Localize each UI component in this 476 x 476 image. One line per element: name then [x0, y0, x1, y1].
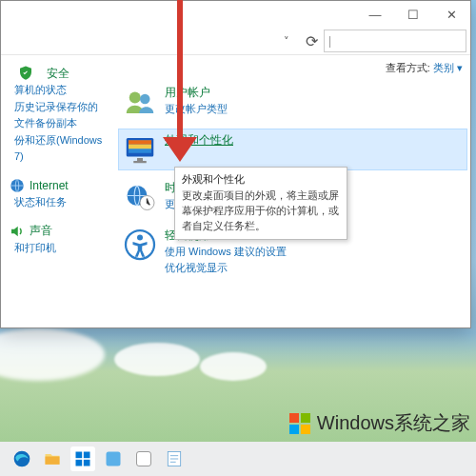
refresh-button[interactable]: ⟳ [299, 32, 324, 50]
clock-globe-icon [123, 180, 157, 214]
svg-rect-14 [301, 413, 310, 423]
sidebar-sub[interactable]: 历史记录保存你的文件备份副本 [14, 99, 108, 132]
tooltip-title: 外观和个性化 [182, 172, 340, 188]
category-user-accounts[interactable]: 用户帐户 更改帐户类型 [123, 85, 463, 119]
watermark-text: Windows系统之家 [317, 410, 470, 436]
sidebar-sub[interactable]: 和打印机 [14, 240, 108, 257]
breadcrumb-dropdown[interactable]: ˅ [274, 30, 299, 52]
speaker-icon [9, 223, 26, 240]
windows-logo-icon [288, 412, 311, 435]
close-button[interactable]: ✕ [432, 1, 470, 28]
sidebar-title: 声音 [30, 223, 52, 239]
sidebar-sub[interactable]: 算机的状态 [14, 82, 108, 99]
category-sub[interactable]: 使用 Windows 建议的设置 [165, 246, 287, 257]
cloud-deco [200, 352, 267, 381]
svg-rect-5 [129, 140, 151, 145]
svg-rect-16 [301, 425, 310, 434]
monitor-icon [123, 132, 157, 167]
tooltip: 外观和个性化 更改桌面项目的外观，将主题或屏幕保护程序应用于你的计算机，或者自定… [174, 167, 347, 240]
svg-rect-7 [137, 158, 143, 161]
category-sub[interactable]: 更改帐户类型 [165, 103, 228, 114]
svg-point-1 [129, 92, 141, 104]
svg-point-2 [140, 94, 150, 105]
edge-icon [12, 449, 31, 468]
view-label: 查看方式: [386, 62, 430, 73]
svg-rect-21 [84, 460, 90, 466]
taskbar-icon[interactable] [70, 446, 95, 471]
shield-icon [9, 65, 43, 82]
svg-rect-13 [289, 413, 299, 423]
svg-rect-23 [137, 452, 151, 466]
window-titlebar: — ☐ ✕ [1, 1, 470, 28]
svg-rect-15 [289, 425, 299, 434]
sidebar-sub[interactable]: 份和还原(Windows 7) [14, 132, 108, 166]
sidebar-title: Internet [30, 179, 69, 192]
sidebar-item-sound[interactable]: 声音 和打印机 [5, 221, 109, 259]
taskbar-icon[interactable] [101, 446, 126, 471]
sidebar: 安全 算机的状态 历史记录保存你的文件备份副本 份和还原(Windows 7) … [1, 55, 115, 328]
minimize-button[interactable]: — [356, 1, 394, 28]
tooltip-body: 更改桌面项目的外观，将主题或屏幕保护程序应用于你的计算机，或者自定义任务栏。 [182, 188, 340, 234]
svg-rect-20 [76, 460, 83, 466]
settings-icon [73, 449, 92, 468]
taskbar-icon[interactable] [40, 446, 65, 471]
notepad-icon [165, 449, 184, 468]
explorer-icon [43, 449, 62, 468]
svg-rect-6 [129, 145, 151, 149]
annotation-arrow [177, 0, 183, 147]
sidebar-item-internet[interactable]: Internet 状态和任务 [5, 175, 109, 213]
taskbar-icon[interactable] [131, 446, 156, 471]
annotation-arrow-head [163, 137, 197, 162]
sidebar-title: 安全 [47, 66, 69, 82]
category-sub[interactable]: 优化视觉显示 [165, 262, 228, 273]
search-input[interactable]: | [324, 30, 466, 52]
globe-icon [9, 177, 26, 194]
category-title[interactable]: 用户帐户 [165, 85, 463, 101]
ease-icon [123, 228, 157, 262]
maximize-button[interactable]: ☐ [394, 1, 432, 28]
control-panel-window: — ☐ ✕ ˅ ⟳ | 安全 算机的状态 历史记录保存你的文件备份副本 份和还原… [0, 0, 471, 328]
category-title[interactable]: 外观和个性化 [165, 132, 463, 149]
view-mode-bar: 查看方式: 类别 ▾ [123, 61, 463, 75]
svg-rect-19 [84, 452, 90, 459]
svg-rect-18 [76, 452, 83, 459]
sidebar-sub[interactable]: 状态和任务 [14, 194, 108, 211]
svg-point-12 [137, 235, 143, 241]
cloud-deco [114, 343, 200, 376]
generic-app-icon [104, 449, 123, 468]
watermark: Windows系统之家 [288, 410, 470, 436]
svg-rect-22 [107, 452, 121, 466]
taskbar[interactable] [0, 442, 476, 476]
taskbar-icon[interactable] [162, 446, 187, 471]
users-icon [123, 85, 157, 119]
sidebar-item-security[interactable]: 安全 算机的状态 历史记录保存你的文件备份副本 份和还原(Windows 7) [5, 63, 109, 168]
cloud-deco [0, 328, 105, 381]
svg-rect-8 [133, 161, 147, 163]
toolbar: ˅ ⟳ | [1, 28, 470, 55]
taskbar-icon[interactable] [10, 446, 34, 471]
generic-app-icon [134, 449, 153, 468]
view-mode-dropdown[interactable]: 类别 ▾ [433, 62, 463, 73]
